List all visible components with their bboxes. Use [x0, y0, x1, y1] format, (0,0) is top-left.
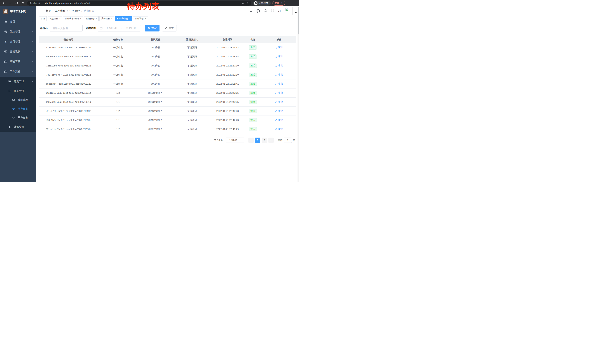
sidebar-item-todo-tasks[interactable]: 待办任务 — [0, 105, 36, 113]
sidebar-item-devtools[interactable]: 研发工具 — [0, 57, 36, 67]
breadcrumb-workflow[interactable]: 工作流程 — [55, 9, 65, 13]
page-size-select[interactable]: 10条/页 — [226, 138, 244, 143]
github-icon[interactable] — [257, 9, 260, 13]
tab-待办任务[interactable]: 待办任务× — [115, 16, 132, 21]
scrollbar-thumb[interactable] — [298, 7, 299, 34]
status-cell: 激活 — [244, 61, 262, 70]
password-key-icon[interactable] — [241, 2, 245, 5]
date-range-picker[interactable]: 开始日期 - 结束日期 — [98, 25, 141, 32]
tab-close-icon[interactable]: × — [111, 18, 112, 20]
tab-首页[interactable]: 首页 — [39, 16, 47, 21]
sidebar-item-infra[interactable]: 基础设施 — [0, 47, 36, 57]
page-url: dashboard.yudao.iocoder.cn/bpm/task/todo — [45, 2, 91, 4]
action-cell: 审批 — [262, 70, 296, 79]
active-tab-dot-icon — [117, 18, 118, 19]
tab-label: 待办任务 — [119, 17, 128, 20]
approve-link[interactable]: 审批 — [275, 109, 283, 113]
sidebar-item-payment[interactable]: ¥ 支付管理 — [0, 37, 36, 47]
status-cell: 激活 — [244, 43, 262, 52]
incognito-icon — [254, 1, 257, 5]
avatar[interactable] — [285, 7, 293, 15]
pen-icon — [275, 83, 277, 85]
browser-forward-icon[interactable] — [8, 1, 13, 5]
next-page-button[interactable]: › — [268, 138, 274, 143]
tab-流程详情[interactable]: 流程详情× — [133, 16, 148, 21]
starter-cell: 芋道源码 — [173, 125, 212, 134]
status-badge: 激活 — [249, 91, 257, 95]
tab-close-icon[interactable]: × — [59, 18, 61, 20]
sidebar-item-leave-query[interactable]: 请假查询 — [0, 122, 36, 132]
sidebar-item-process-mgmt[interactable]: 流程管理 — [0, 77, 36, 86]
page-unit-label: 页 — [293, 138, 295, 142]
column-header: 任务名称 — [98, 36, 138, 43]
breadcrumb-task-mgmt[interactable]: 任务管理 — [69, 9, 80, 13]
browser-menu-icon[interactable]: ⋮ — [281, 2, 283, 5]
approve-link[interactable]: 审批 — [275, 46, 283, 49]
search-button[interactable]: 搜索 — [145, 25, 159, 32]
logo-rabbit-icon — [3, 9, 8, 14]
tab-label: 首页 — [41, 17, 45, 20]
sidebar-item-system[interactable]: 系统管理 — [0, 27, 36, 37]
font-size-icon[interactable]: TT — [278, 9, 281, 13]
page-scrollbar[interactable] — [298, 6, 299, 182]
status-badge: 激活 — [249, 73, 257, 77]
pen-icon — [275, 55, 277, 58]
tab-流程表单-编辑[interactable]: 流程表单-编辑× — [63, 16, 83, 21]
avatar-caret-icon[interactable] — [295, 12, 297, 13]
search-icon[interactable] — [249, 9, 253, 13]
prev-page-button[interactable]: ‹ — [249, 138, 254, 143]
bookmark-star-icon[interactable] — [246, 2, 249, 5]
action-cell: 审批 — [262, 61, 296, 70]
tab-已办任务[interactable]: 已办任务× — [84, 16, 99, 21]
help-question-icon[interactable] — [264, 9, 267, 13]
browser-update-button[interactable]: 更新 ⋮ — [273, 1, 285, 6]
browser-home-icon[interactable] — [21, 1, 25, 5]
approve-link[interactable]: 审批 — [275, 118, 283, 122]
breadcrumb-home[interactable]: 首页 — [46, 9, 51, 13]
app-logo[interactable]: 芋道管理系统 — [0, 6, 36, 17]
browser-back-icon[interactable] — [2, 1, 6, 5]
list-icon — [8, 80, 11, 83]
chevron-down-icon — [32, 41, 34, 43]
starter-cell: 芋道源码 — [173, 61, 212, 70]
table-row: 8f0d1619-7ac8-11ec-a9e2-a2380e71991a1.2测… — [39, 88, 296, 97]
created-cell: 2022-01-22 18:25:41 — [211, 79, 244, 88]
tab-我的流程[interactable]: 我的流程× — [100, 16, 114, 21]
status-cell: 激活 — [244, 125, 262, 134]
process-name-input[interactable] — [50, 25, 83, 32]
sidebar-fold-icon[interactable] — [39, 9, 43, 13]
pen-icon — [275, 46, 277, 49]
status-badge: 激活 — [249, 82, 257, 86]
page-button-2[interactable]: 2 — [262, 138, 267, 143]
table-row: 8f059c03-7ac8-11ec-a9e2-a2380e71991a1.1测… — [39, 97, 296, 106]
page-button-1[interactable]: 1 — [255, 138, 260, 143]
approve-link[interactable]: 审批 — [275, 73, 283, 76]
chevron-up-icon — [32, 71, 34, 73]
reset-button[interactable]: 重置 — [162, 25, 177, 32]
sidebar-item-my-process[interactable]: 我的流程 — [0, 96, 36, 105]
approve-link[interactable]: 审批 — [275, 100, 283, 104]
table-row: 381aa1dd-7ac8-11ec-a9e2-a2380e71991a1.2测… — [39, 125, 296, 134]
tab-close-icon[interactable]: × — [80, 18, 81, 20]
tab-close-icon[interactable]: × — [145, 18, 146, 20]
sidebar-item-workflow[interactable]: 工作流程 — [0, 67, 36, 77]
fullscreen-icon[interactable] — [271, 9, 274, 13]
approve-link[interactable]: 审批 — [275, 82, 283, 85]
sidebar-item-task-mgmt[interactable]: 任务管理 — [0, 86, 36, 96]
approve-link[interactable]: 审批 — [275, 64, 283, 67]
create-time-label: 创建时间 — [86, 26, 96, 30]
tags-view: 首页发起流程×流程表单-编辑×已办任务×我的流程×待办任务×流程详情× — [36, 16, 299, 22]
tab-close-icon[interactable]: × — [129, 18, 131, 20]
task-name-cell: 1.2 — [98, 88, 138, 97]
sidebar-item-home[interactable]: 首页 — [0, 17, 36, 27]
approve-link[interactable]: 审批 — [275, 91, 283, 94]
goto-page-input[interactable] — [284, 138, 292, 143]
approve-link[interactable]: 审批 — [275, 127, 283, 131]
action-cell: 审批 — [262, 52, 296, 61]
pen-icon — [275, 119, 277, 121]
sidebar-item-done-tasks[interactable]: 已办任务 — [0, 113, 36, 122]
browser-reload-icon[interactable] — [15, 1, 19, 5]
tab-close-icon[interactable]: × — [96, 18, 97, 20]
approve-link[interactable]: 审批 — [275, 55, 283, 58]
tab-发起流程[interactable]: 发起流程× — [48, 16, 62, 21]
